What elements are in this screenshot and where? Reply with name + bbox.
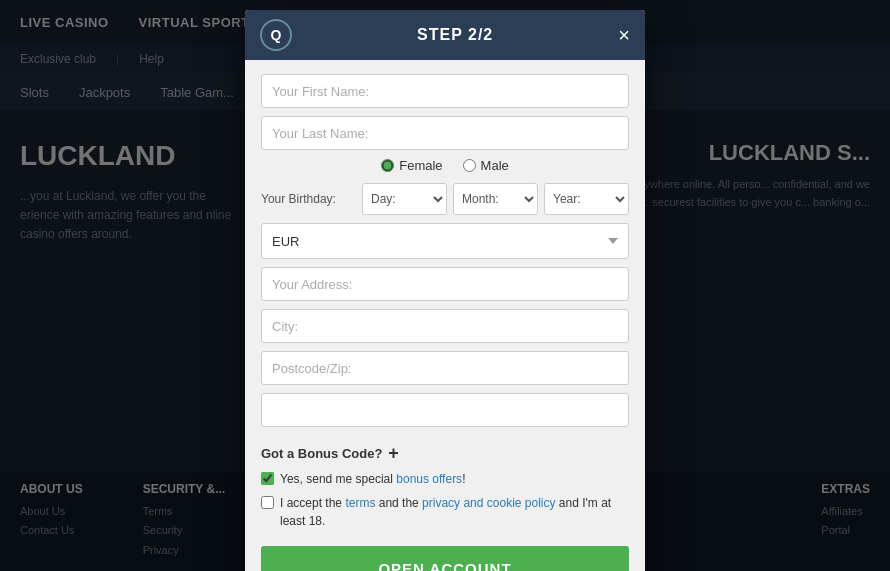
terms-text-before: I accept the bbox=[280, 496, 345, 510]
city-input[interactable] bbox=[261, 309, 629, 343]
female-radio[interactable] bbox=[381, 159, 394, 172]
bonus-checkbox-text: Yes, send me special bonus offers! bbox=[280, 470, 465, 488]
birthday-row: Your Birthday: Day: Month: Year: bbox=[261, 183, 629, 215]
modal-overlay: Q STEP 2/2 × Female Male Your Birthday: bbox=[0, 0, 890, 571]
terms-link[interactable]: terms bbox=[345, 496, 375, 510]
terms-text-middle: and the bbox=[375, 496, 422, 510]
terms-checkbox-row: I accept the terms and the privacy and c… bbox=[261, 494, 629, 530]
extra-field-input[interactable] bbox=[261, 393, 629, 427]
bonus-checkbox-row: Yes, send me special bonus offers! bbox=[261, 470, 629, 488]
modal-body: Female Male Your Birthday: Day: Month: Y… bbox=[245, 60, 645, 571]
modal-close-button[interactable]: × bbox=[618, 25, 630, 45]
male-radio-label[interactable]: Male bbox=[463, 158, 509, 173]
bonus-text-after: ! bbox=[462, 472, 465, 486]
modal-logo: Q bbox=[260, 19, 292, 51]
registration-modal: Q STEP 2/2 × Female Male Your Birthday: bbox=[245, 10, 645, 571]
birthday-month-select[interactable]: Month: bbox=[453, 183, 538, 215]
birthday-year-select[interactable]: Year: bbox=[544, 183, 629, 215]
terms-checkbox[interactable] bbox=[261, 496, 274, 509]
last-name-input[interactable] bbox=[261, 116, 629, 150]
privacy-policy-link[interactable]: privacy and cookie policy bbox=[422, 496, 555, 510]
gender-row: Female Male bbox=[261, 158, 629, 173]
female-label: Female bbox=[399, 158, 442, 173]
currency-select[interactable]: EUR USD GBP bbox=[261, 223, 629, 259]
male-radio[interactable] bbox=[463, 159, 476, 172]
bonus-offers-link[interactable]: bonus offers bbox=[396, 472, 462, 486]
bonus-code-plus-icon[interactable]: + bbox=[388, 443, 399, 464]
bonus-checkbox[interactable] bbox=[261, 472, 274, 485]
postcode-input[interactable] bbox=[261, 351, 629, 385]
birthday-day-select[interactable]: Day: bbox=[362, 183, 447, 215]
logo-icon: Q bbox=[271, 27, 282, 43]
male-label: Male bbox=[481, 158, 509, 173]
modal-title: STEP 2/2 bbox=[292, 26, 618, 44]
female-radio-label[interactable]: Female bbox=[381, 158, 442, 173]
modal-header: Q STEP 2/2 × bbox=[245, 10, 645, 60]
open-account-button[interactable]: OPEN ACCOUNT bbox=[261, 546, 629, 571]
address-input[interactable] bbox=[261, 267, 629, 301]
birthday-label: Your Birthday: bbox=[261, 192, 356, 206]
first-name-input[interactable] bbox=[261, 74, 629, 108]
bonus-text-before: Yes, send me special bbox=[280, 472, 396, 486]
bonus-code-label: Got a Bonus Code? bbox=[261, 446, 382, 461]
terms-checkbox-text: I accept the terms and the privacy and c… bbox=[280, 494, 629, 530]
bonus-code-row: Got a Bonus Code? + bbox=[261, 443, 629, 464]
